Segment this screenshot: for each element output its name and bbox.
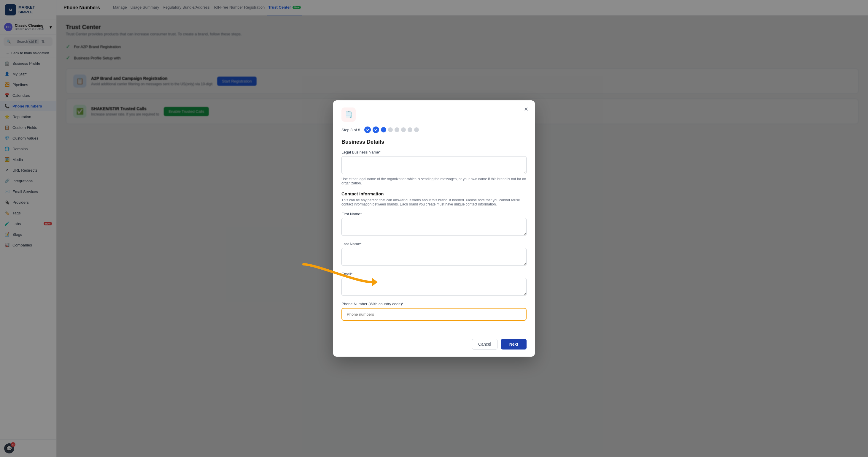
modal-icon-area: 🗒️ bbox=[333, 101, 535, 122]
step-dots bbox=[364, 126, 419, 133]
email-label: Email* bbox=[341, 272, 527, 276]
modal-body: Business Details Legal Business Name* Us… bbox=[333, 133, 535, 334]
email-input[interactable] bbox=[341, 278, 527, 296]
step-dot-5 bbox=[395, 127, 399, 132]
phone-input[interactable] bbox=[343, 310, 525, 319]
legal-name-label: Legal Business Name* bbox=[341, 150, 527, 154]
legal-name-hint: Use either legal name of the organizatio… bbox=[341, 177, 527, 185]
first-name-group: First Name* bbox=[341, 212, 527, 237]
modal-footer: Cancel Next bbox=[333, 334, 535, 356]
first-name-input[interactable] bbox=[341, 218, 527, 236]
next-button[interactable]: Next bbox=[501, 339, 527, 349]
first-name-label: First Name* bbox=[341, 212, 527, 216]
close-button[interactable]: ✕ bbox=[522, 105, 530, 113]
phone-group: Phone Number (With country code)* bbox=[341, 302, 527, 321]
email-group: Email* bbox=[341, 272, 527, 297]
step-dot-2 bbox=[373, 126, 379, 133]
contact-section-desc: This can be any person that can answer q… bbox=[341, 198, 527, 206]
phone-field-wrapper bbox=[341, 308, 527, 321]
step-dot-1 bbox=[364, 126, 371, 133]
legal-name-input[interactable] bbox=[341, 156, 527, 174]
modal: ✕ 🗒️ Step 3 of 8 Business Details Legal … bbox=[333, 101, 535, 356]
step-dot-4 bbox=[388, 127, 393, 132]
modal-title: Business Details bbox=[341, 139, 527, 145]
contact-section-title: Contact information bbox=[341, 191, 527, 196]
step-indicator: Step 3 of 8 bbox=[333, 122, 535, 133]
step-dot-6 bbox=[401, 127, 406, 132]
modal-overlay: ✕ 🗒️ Step 3 of 8 Business Details Legal … bbox=[56, 0, 868, 457]
main-area: Phone Numbers ManageUsage SummaryRegulat… bbox=[56, 0, 868, 457]
phone-label: Phone Number (With country code)* bbox=[341, 302, 527, 306]
legal-name-group: Legal Business Name* Use either legal na… bbox=[341, 150, 527, 185]
step-text: Step 3 of 8 bbox=[341, 128, 360, 132]
step-dot-8 bbox=[414, 127, 419, 132]
modal-doc-icon: 🗒️ bbox=[341, 108, 356, 122]
step-dot-7 bbox=[408, 127, 412, 132]
step-dot-3 bbox=[381, 127, 386, 133]
last-name-group: Last Name* bbox=[341, 242, 527, 267]
last-name-input[interactable] bbox=[341, 248, 527, 266]
cancel-button[interactable]: Cancel bbox=[472, 339, 497, 349]
last-name-label: Last Name* bbox=[341, 242, 527, 246]
